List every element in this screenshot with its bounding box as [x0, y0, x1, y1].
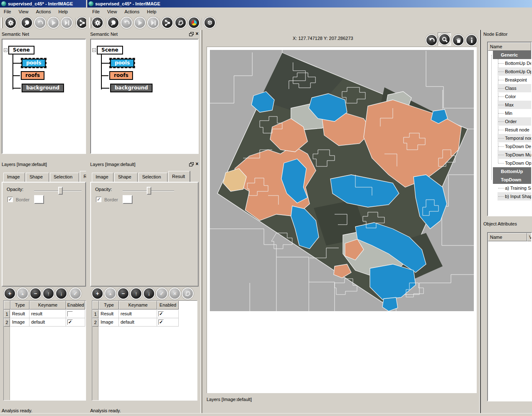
- pick-class-icon[interactable]: [22, 17, 32, 28]
- splitter[interactable]: [200, 30, 201, 413]
- semantic-net-icon[interactable]: [77, 17, 86, 28]
- node-item[interactable]: a) Training Sel: [498, 184, 531, 192]
- float-icon[interactable]: [189, 32, 194, 37]
- window1-titlebar[interactable]: supervised_c45* - InterIMAGE: [0, 0, 86, 7]
- pick-class-icon[interactable]: [108, 17, 118, 28]
- layers-table[interactable]: Type Keyname Enabled 1 Result result 2 I…: [92, 300, 197, 401]
- tab-result[interactable]: Result: [80, 171, 86, 182]
- cell-type[interactable]: Result: [99, 310, 119, 318]
- enabled-checkbox[interactable]: [158, 311, 164, 317]
- menu-actions[interactable]: Actions: [32, 8, 54, 15]
- pan-icon[interactable]: [453, 35, 463, 45]
- node-item[interactable]: Class: [498, 84, 531, 92]
- toolbar-handle[interactable]: [89, 17, 91, 28]
- splitter[interactable]: [202, 30, 202, 413]
- settings-icon[interactable]: [92, 17, 103, 28]
- collapse-button[interactable]: ▲: [17, 288, 28, 299]
- undo-icon[interactable]: [121, 17, 132, 28]
- tree-node-roofs[interactable]: roofs: [109, 71, 133, 80]
- border-checkbox[interactable]: [7, 197, 13, 202]
- menu-file[interactable]: File: [0, 8, 15, 15]
- apply-button[interactable]: ✓: [70, 288, 81, 299]
- opacity-slider[interactable]: [34, 191, 81, 191]
- apply-button[interactable]: ✓: [157, 288, 167, 299]
- border-color-swatch[interactable]: [34, 195, 44, 204]
- tree-node-pools[interactable]: pools: [110, 59, 134, 67]
- node-item[interactable]: TopDown Ope: [498, 159, 531, 167]
- step-forward-icon[interactable]: [148, 17, 158, 28]
- add-layer-button[interactable]: +: [5, 288, 15, 299]
- cell-type[interactable]: Result: [10, 310, 30, 318]
- splitter[interactable]: [480, 30, 481, 413]
- settings-icon[interactable]: [5, 17, 16, 28]
- splitter[interactable]: [479, 30, 480, 413]
- node-item[interactable]: b) Input Shap: [498, 192, 531, 201]
- tab-result[interactable]: Result: [168, 171, 190, 182]
- enabled-checkbox[interactable]: [158, 319, 164, 325]
- close-icon[interactable]: ×: [195, 31, 200, 36]
- tab-image[interactable]: Image: [92, 173, 113, 182]
- cell-type[interactable]: Image: [99, 318, 119, 327]
- tree-node-pools[interactable]: pools: [22, 59, 46, 67]
- segmentation-canvas[interactable]: [210, 50, 474, 311]
- column-header-name[interactable]: Name: [488, 233, 527, 241]
- opacity-slider-handle[interactable]: [147, 187, 151, 195]
- tree-node-scene[interactable]: Scene: [97, 46, 123, 54]
- window2-titlebar[interactable]: supervised_c45* - InterIMAGE: [87, 0, 532, 7]
- column-header-type[interactable]: Type: [10, 301, 30, 310]
- move-down-button[interactable]: ↓: [56, 288, 66, 299]
- shape-button[interactable]: [182, 288, 193, 299]
- info-icon[interactable]: [466, 35, 477, 45]
- node-item[interactable]: Order: [498, 117, 531, 126]
- node-item[interactable]: Color: [498, 92, 531, 101]
- step-forward-icon[interactable]: [62, 17, 72, 28]
- polygon-icon[interactable]: [175, 17, 186, 28]
- column-header-value[interactable]: Value: [527, 233, 532, 241]
- enabled-checkbox[interactable]: [67, 319, 73, 325]
- collapse-icon[interactable]: −: [92, 48, 96, 52]
- menu-view[interactable]: View: [103, 8, 121, 15]
- semantic-net-tree[interactable]: − Scene pools roofs background: [90, 39, 199, 154]
- play-icon[interactable]: [135, 17, 145, 28]
- node-group-generic[interactable]: −Generic: [493, 51, 531, 59]
- menu-help[interactable]: Help: [143, 8, 160, 15]
- semantic-net-tree[interactable]: − Scene pools roofs background: [2, 39, 86, 154]
- float-icon[interactable]: [189, 162, 194, 167]
- node-editor-column-header[interactable]: Name: [488, 42, 531, 51]
- opacity-slider-handle[interactable]: [58, 187, 63, 195]
- border-checkbox[interactable]: [96, 197, 101, 202]
- collapse-icon[interactable]: −: [4, 48, 7, 52]
- node-editor-tree[interactable]: Name −Generic BottomUp Dec BottomUp Ope …: [487, 42, 532, 216]
- cell-keyname[interactable]: result: [30, 310, 66, 318]
- menu-help[interactable]: Help: [54, 8, 71, 15]
- semantic-net-icon[interactable]: [162, 17, 172, 28]
- menu-view[interactable]: View: [15, 8, 32, 15]
- close-icon[interactable]: ×: [195, 161, 200, 166]
- tab-selection[interactable]: Selection: [50, 173, 79, 182]
- node-item[interactable]: BottomUp Ope: [498, 67, 531, 76]
- undo-icon[interactable]: [35, 17, 45, 28]
- node-item[interactable]: BottomUp Dec: [498, 59, 531, 67]
- package-icon[interactable]: [204, 17, 215, 28]
- node-group-topdown[interactable]: −TopDown: [493, 176, 531, 184]
- object-attributes-table[interactable]: Name Value: [487, 232, 532, 401]
- add-layer-button[interactable]: +: [92, 288, 103, 299]
- node-group-bottomup[interactable]: BottomUp: [493, 167, 531, 176]
- node-item[interactable]: TopDown Deci: [498, 142, 531, 151]
- column-header-keyname[interactable]: Keyname: [119, 301, 157, 310]
- tab-selection[interactable]: Selection: [138, 173, 167, 182]
- tab-shape[interactable]: Shape: [26, 173, 49, 182]
- tree-node-scene[interactable]: Scene: [8, 46, 34, 54]
- border-color-swatch[interactable]: [123, 195, 133, 204]
- tree-node-background[interactable]: background: [110, 84, 153, 92]
- node-item[interactable]: Result node: [498, 126, 531, 134]
- remove-layer-button[interactable]: −: [30, 288, 41, 299]
- class-colors-icon[interactable]: [189, 17, 199, 28]
- node-item[interactable]: Temporal node: [498, 134, 531, 142]
- cell-type[interactable]: Image: [10, 318, 30, 327]
- node-item[interactable]: Max: [498, 101, 531, 109]
- column-header-enabled[interactable]: Enabled: [157, 301, 179, 310]
- column-header-type[interactable]: Type: [99, 301, 119, 310]
- menu-actions[interactable]: Actions: [121, 8, 143, 15]
- column-header-enabled[interactable]: Enabled: [66, 301, 85, 310]
